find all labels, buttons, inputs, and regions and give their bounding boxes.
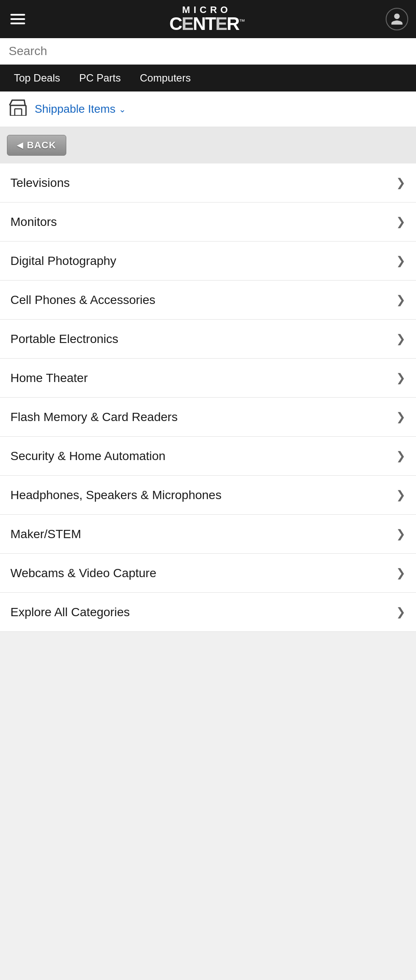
menu-item-cell-phones[interactable]: Cell Phones & Accessories ❯ [0,281,416,320]
svg-rect-0 [10,105,26,116]
chevron-right-icon: ❯ [396,566,406,580]
menu-item-webcams-video[interactable]: Webcams & Video Capture ❯ [0,554,416,593]
menu-item-label: Home Theater [10,371,88,385]
menu-item-home-theater[interactable]: Home Theater ❯ [0,359,416,398]
menu-item-digital-photography[interactable]: Digital Photography ❯ [0,242,416,281]
back-section: ◀ BACK [0,127,416,163]
logo[interactable]: MICRO CENTER™ [169,5,244,33]
nav-tab-computers[interactable]: Computers [130,68,200,88]
menu-item-monitors[interactable]: Monitors ❯ [0,203,416,242]
menu-item-label: Explore All Categories [10,605,130,619]
menu-item-security-home-automation[interactable]: Security & Home Automation ❯ [0,437,416,476]
back-arrow-icon: ◀ [17,140,23,150]
shippable-items-dropdown[interactable]: Shippable Items ⌄ [35,102,126,116]
menu-item-label: Headphones, Speakers & Microphones [10,488,221,502]
chevron-right-icon: ❯ [396,254,406,268]
back-button[interactable]: ◀ BACK [7,135,66,156]
chevron-right-icon: ❯ [396,215,406,229]
menu-item-explore-all-categories[interactable]: Explore All Categories ❯ [0,593,416,632]
chevron-right-icon: ❯ [396,605,406,619]
chevron-right-icon: ❯ [396,410,406,424]
menu-item-flash-memory[interactable]: Flash Memory & Card Readers ❯ [0,398,416,437]
chevron-right-icon: ❯ [396,488,406,502]
nav-tabs: Top Deals PC Parts Computers [0,65,416,91]
search-input[interactable] [9,44,407,58]
chevron-right-icon: ❯ [396,449,406,463]
menu-item-label: Monitors [10,215,57,229]
menu-item-headphones-speakers[interactable]: Headphones, Speakers & Microphones ❯ [0,476,416,515]
menu-item-label: Webcams & Video Capture [10,566,156,580]
menu-item-label: Security & Home Automation [10,449,166,463]
menu-item-label: Televisions [10,176,70,190]
menu-item-label: Maker/STEM [10,527,81,541]
header: MICRO CENTER™ [0,0,416,38]
menu-item-label: Flash Memory & Card Readers [10,410,178,424]
menu-item-portable-electronics[interactable]: Portable Electronics ❯ [0,320,416,359]
store-bar: Shippable Items ⌄ [0,91,416,127]
back-button-label: BACK [27,140,56,151]
nav-tab-pc-parts[interactable]: PC Parts [70,68,130,88]
category-menu-list: Televisions ❯ Monitors ❯ Digital Photogr… [0,163,416,632]
chevron-right-icon: ❯ [396,527,406,541]
store-icon [9,99,28,119]
chevron-right-icon: ❯ [396,371,406,385]
hamburger-menu-button[interactable] [8,11,28,27]
chevron-right-icon: ❯ [396,293,406,307]
menu-item-maker-stem[interactable]: Maker/STEM ❯ [0,515,416,554]
chevron-right-icon: ❯ [396,176,406,189]
user-account-button[interactable] [386,8,408,30]
menu-item-label: Portable Electronics [10,332,118,346]
menu-item-label: Digital Photography [10,254,116,268]
chevron-down-icon: ⌄ [119,104,126,114]
menu-item-label: Cell Phones & Accessories [10,293,156,307]
logo-center-text: CENTER™ [169,15,244,33]
shippable-label: Shippable Items [35,102,115,116]
menu-item-televisions[interactable]: Televisions ❯ [0,163,416,203]
svg-rect-1 [15,109,22,116]
nav-tab-top-deals[interactable]: Top Deals [4,68,70,88]
chevron-right-icon: ❯ [396,332,406,346]
search-bar [0,38,416,65]
